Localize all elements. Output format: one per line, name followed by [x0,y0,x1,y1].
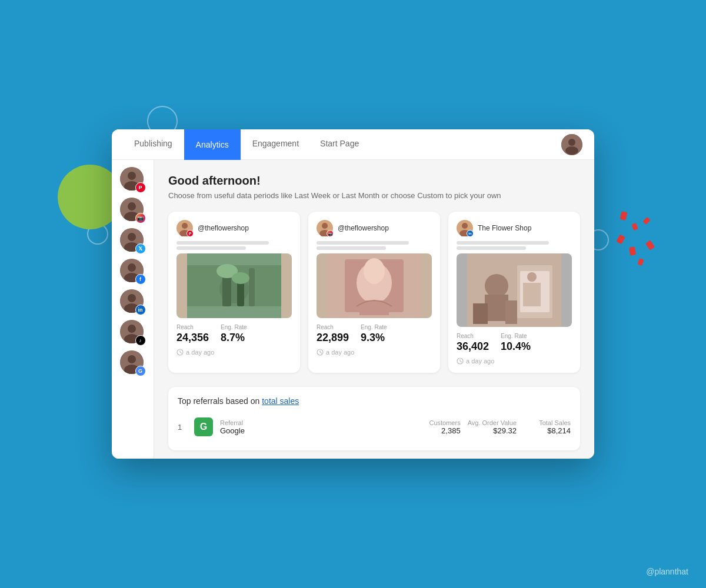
sidebar-item-pinterest[interactable]: P [120,167,146,193]
svg-point-50 [462,223,468,229]
svg-rect-32 [249,268,255,306]
subtitle-text: Choose from useful data periods like Las… [168,191,580,200]
card-stats-linkedin: Reach 36,402 Eng. Rate 10.4% [457,333,572,353]
card-header-linkedin: in The Flower Shop [457,220,572,236]
facebook-badge: f [135,274,146,285]
svg-point-7 [128,202,136,211]
svg-point-13 [128,263,136,272]
svg-point-22 [128,355,136,363]
referral-value: Google [220,426,407,435]
eng-label-2: Eng. Rate [361,324,387,330]
customers-value: 2,385 [414,426,461,435]
card-bar-4 [317,246,386,250]
row-rank: 1 [178,423,187,432]
card-handle-linkedin: The Flower Shop [478,224,531,232]
svg-rect-58 [473,303,488,324]
watermark: @plannthat [646,567,688,576]
card-time-2: a day ago [317,349,432,356]
card-bar-2 [176,246,246,250]
total-sales-col: Total Sales $8,214 [524,419,571,435]
card-avatar-instagram: 📷 [317,220,333,236]
referrals-section: Top referrals based on total sales 1 G R… [168,387,580,450]
tiktok-badge: ♪ [135,335,146,346]
greeting-heading: Good afternoon! [168,174,580,188]
tab-publishing[interactable]: Publishing [124,129,183,160]
card-instagram-badge: 📷 [327,230,334,237]
top-nav: Publishing Analytics Engagement Start Pa… [112,129,594,160]
card-image-instagram [317,253,432,318]
svg-point-16 [128,294,136,302]
cards-row: P @theflowershop [168,212,580,373]
card-bar-6 [457,246,526,250]
row-info-google: Referral Google [220,419,407,435]
app-window: Publishing Analytics Engagement Start Pa… [112,129,594,459]
content-area: P 📷 [112,160,594,459]
card-pinterest-badge: P [187,230,194,237]
total-sales-label: Total Sales [524,419,571,426]
svg-point-60 [527,272,537,282]
main-content: Good afternoon! Choose from useful data … [154,160,594,459]
sidebar-item-twitter[interactable]: 𝕏 [120,228,146,254]
svg-point-56 [485,274,508,298]
post-card-linkedin: in The Flower Shop [448,212,580,373]
card-header-pinterest: P @theflowershop [176,220,292,236]
tab-start-page[interactable]: Start Page [309,129,369,160]
eng-label-1: Eng. Rate [221,324,247,330]
card-image-linkedin [457,253,572,327]
card-time-1: a day ago [176,349,292,356]
card-stats-pinterest: Reach 24,356 Eng. Rate 8.7% [176,324,292,344]
eng-value-1: 8.7% [221,332,247,344]
reach-value-3: 36,402 [457,340,489,353]
avg-order-label: Avg. Order Value [468,419,517,426]
card-avatar-pinterest: P [176,220,193,236]
reach-value-1: 24,356 [176,332,209,344]
svg-rect-61 [523,283,541,306]
svg-line-37 [180,352,182,353]
card-handle-pinterest: @theflowershop [198,224,249,232]
referrals-link[interactable]: total sales [262,396,299,406]
eng-label-3: Eng. Rate [501,333,531,339]
card-avatar-linkedin: in [457,220,473,236]
avg-order-value: $29.32 [468,426,517,435]
svg-point-4 [128,172,136,180]
svg-rect-59 [505,300,517,324]
svg-point-1 [568,139,575,146]
reach-label-2: Reach [317,324,349,330]
instagram-badge: 📷 [135,213,146,223]
svg-point-19 [128,325,136,333]
reach-value-2: 22,899 [317,332,349,344]
eng-value-2: 9.3% [361,332,387,344]
linkedin-badge: in [135,305,146,315]
post-card-pinterest: P @theflowershop [168,212,300,373]
post-card-instagram: 📷 @theflowershop [308,212,440,373]
sidebar-item-instagram[interactable]: 📷 [120,198,146,223]
sidebar-item-tiktok[interactable]: ♪ [120,320,146,346]
avg-order-col: Avg. Order Value $29.32 [468,419,517,435]
card-linkedin-badge: in [467,230,474,237]
sidebar-item-facebook[interactable]: f [120,259,146,285]
referrals-title: Top referrals based on total sales [178,396,571,406]
card-image-pinterest [176,253,292,318]
svg-point-2 [565,146,578,155]
user-avatar-nav[interactable] [561,134,582,155]
tab-engagement[interactable]: Engagement [242,129,309,160]
pinterest-badge: P [135,182,146,193]
card-header-instagram: 📷 @theflowershop [317,220,432,236]
card-bar-1 [176,241,269,245]
card-bar-3 [317,241,409,245]
svg-point-25 [182,223,188,229]
card-handle-instagram: @theflowershop [338,224,389,232]
sidebar-item-linkedin[interactable]: in [120,289,146,315]
customers-col: Customers 2,385 [414,419,461,435]
reach-label-1: Reach [176,324,209,330]
card-stats-instagram: Reach 22,899 Eng. Rate 9.3% [317,324,432,344]
sidebar-item-google[interactable]: G [120,350,146,376]
total-sales-value: $8,214 [524,426,571,435]
tab-analytics[interactable]: Analytics [184,129,241,160]
referral-col-label: Referral [220,419,407,426]
svg-point-10 [128,233,136,241]
google-badge: G [135,366,146,376]
svg-line-64 [460,361,462,362]
twitter-badge: 𝕏 [135,243,146,254]
card-bar-5 [457,241,549,245]
